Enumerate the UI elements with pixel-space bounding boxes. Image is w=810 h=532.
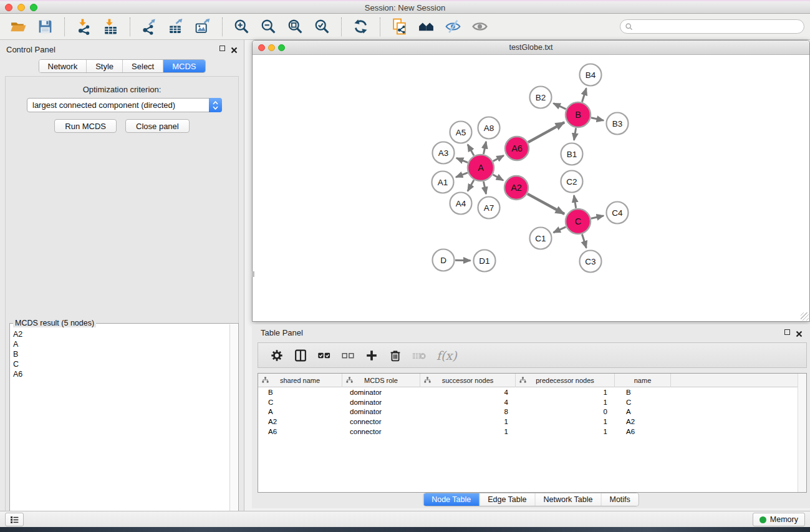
mcds-result-item[interactable]: A2	[11, 329, 229, 339]
node-A2[interactable]: A2	[504, 176, 528, 200]
export-table-icon[interactable]	[166, 16, 186, 37]
table-cell[interactable]: A	[615, 408, 671, 415]
close-panel-icon[interactable]	[231, 45, 238, 52]
search-box[interactable]	[620, 19, 804, 34]
table-row[interactable]: Adominator80A	[258, 407, 798, 417]
edge-B-B1[interactable]	[574, 128, 576, 140]
table-cell[interactable]: A	[258, 408, 342, 415]
zoom-in-icon[interactable]	[231, 16, 252, 37]
tab-network-table[interactable]: Network Table	[536, 493, 602, 506]
edge-B-B3[interactable]	[591, 118, 604, 120]
node-A4[interactable]: A4	[450, 193, 472, 215]
table-cell[interactable]: B	[258, 389, 342, 396]
edge-A-A5[interactable]	[468, 145, 474, 156]
node-B1[interactable]: B1	[561, 143, 583, 165]
node-A7[interactable]: A7	[478, 197, 500, 219]
tab-select[interactable]: Select	[123, 60, 163, 72]
edge-C-C4[interactable]	[591, 216, 604, 218]
table-cell[interactable]: dominator	[342, 389, 420, 396]
mcds-result-item[interactable]: C	[11, 359, 229, 369]
hide-selected-icon[interactable]	[443, 16, 463, 37]
table-cell[interactable]: 1	[516, 389, 615, 396]
edge-C-C2[interactable]	[574, 195, 576, 208]
float-table-panel-icon[interactable]	[784, 329, 790, 335]
zoom-fit-icon[interactable]	[285, 16, 306, 37]
node-B4[interactable]: B4	[580, 64, 602, 86]
tab-network[interactable]: Network	[39, 60, 87, 72]
table-scrollbar[interactable]	[798, 374, 806, 492]
table-row[interactable]: A6connector11A6	[258, 427, 798, 437]
nested-network-icon[interactable]	[416, 16, 436, 37]
search-input[interactable]	[634, 21, 804, 32]
criterion-select[interactable]: largest connected component (directed)	[27, 98, 222, 112]
column-selector-icon[interactable]	[289, 345, 312, 366]
edge-A-A2[interactable]	[493, 175, 503, 180]
table-cell[interactable]: B	[615, 389, 671, 396]
node-A3[interactable]: A3	[433, 142, 455, 164]
node-A6[interactable]: A6	[505, 137, 529, 160]
import-network-icon[interactable]	[74, 16, 94, 37]
table-cell[interactable]: connector	[342, 418, 420, 425]
node-D[interactable]: D	[433, 249, 455, 271]
edge-A2-C[interactable]	[528, 194, 564, 214]
edge-A-A1[interactable]	[456, 173, 468, 177]
node-C1[interactable]: C1	[530, 228, 552, 249]
edge-A-A7[interactable]	[483, 181, 486, 194]
float-panel-icon[interactable]	[219, 46, 225, 51]
table-cell[interactable]: connector	[342, 428, 420, 435]
node-C[interactable]: C	[566, 209, 591, 234]
edge-A6-B[interactable]	[528, 122, 564, 142]
table-cell[interactable]: C	[258, 399, 342, 406]
open-file-icon[interactable]	[8, 16, 29, 37]
edge-A-A8[interactable]	[483, 142, 486, 154]
node-A1[interactable]: A1	[432, 172, 454, 193]
edge-A-A3[interactable]	[456, 158, 468, 162]
node-B2[interactable]: B2	[530, 87, 552, 109]
new-network-from-selection-icon[interactable]	[389, 16, 410, 37]
table-cell[interactable]: 0	[516, 408, 615, 415]
refresh-icon[interactable]	[350, 16, 371, 37]
edge-A-A4[interactable]	[468, 180, 474, 191]
node-B[interactable]: B	[566, 102, 591, 127]
table-cell[interactable]: A6	[258, 428, 342, 435]
table-row[interactable]: Cdominator41C	[258, 397, 798, 407]
column-header-name[interactable]: name	[615, 374, 671, 387]
column-header-successor-nodes[interactable]: successor nodes	[420, 374, 516, 387]
add-column-icon[interactable]	[360, 345, 383, 366]
tab-style[interactable]: Style	[87, 60, 123, 72]
table-cell[interactable]: 1	[516, 399, 615, 406]
tab-node-table[interactable]: Node Table	[423, 493, 480, 506]
deselect-all-checkboxes-icon[interactable]	[337, 345, 359, 366]
column-header-predecessor-nodes[interactable]: predecessor nodes	[516, 374, 615, 387]
tab-edge-table[interactable]: Edge Table	[480, 493, 535, 506]
resize-grip[interactable]	[801, 312, 809, 321]
table-cell[interactable]: 1	[516, 418, 615, 425]
edge-C-C3[interactable]	[582, 235, 586, 248]
table-cell[interactable]: C	[615, 399, 671, 406]
edge-B-B4[interactable]	[582, 88, 586, 102]
table-cell[interactable]: 1	[420, 418, 516, 425]
table-cell[interactable]: 1	[420, 428, 516, 435]
table-cell[interactable]: 4	[420, 389, 516, 396]
table-cell[interactable]: 8	[420, 408, 516, 415]
node-C3[interactable]: C3	[580, 251, 602, 273]
table-cell[interactable]: A2	[615, 418, 671, 425]
node-A5[interactable]: A5	[450, 122, 472, 143]
table-row[interactable]: A2connector11A2	[258, 417, 798, 427]
mcds-result-item[interactable]: A	[11, 339, 229, 349]
settings-icon[interactable]	[266, 345, 288, 366]
node-A[interactable]: A	[468, 155, 494, 181]
column-header-mcds-role[interactable]: MCDS role	[342, 374, 420, 387]
node-D1[interactable]: D1	[474, 250, 496, 272]
table-row[interactable]: Bdominator41B	[258, 387, 798, 397]
run-mcds-button[interactable]: Run MCDS	[54, 119, 117, 133]
edge-C-C1[interactable]	[554, 227, 566, 233]
export-network-icon[interactable]	[139, 16, 160, 37]
table-cell[interactable]: A6	[615, 428, 671, 435]
mcds-result-item[interactable]: A6	[11, 369, 229, 379]
zoom-selected-icon[interactable]	[312, 16, 332, 37]
node-B3[interactable]: B3	[607, 113, 629, 135]
tab-mcds[interactable]: MCDS	[163, 60, 205, 72]
save-session-icon[interactable]	[35, 16, 55, 37]
network-window-titlebar[interactable]: testGlobe.txt	[253, 41, 809, 55]
